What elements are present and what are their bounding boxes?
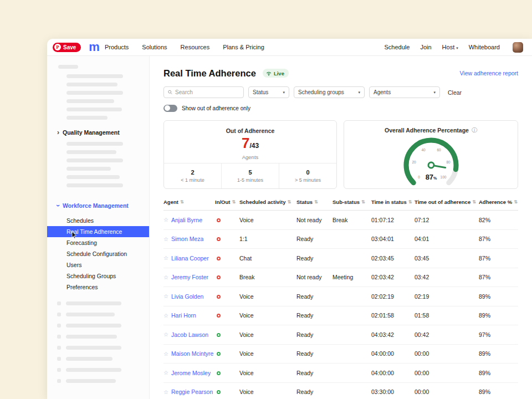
sidebar-item-schedule-configuration[interactable]: Schedule Configuration <box>47 248 149 259</box>
star-icon[interactable]: ☆ <box>163 313 168 319</box>
activity-cell: 1:1 <box>239 236 296 242</box>
agent-link[interactable]: Jeremy Foster <box>171 274 208 280</box>
time-out-cell: 07:12 <box>415 217 479 223</box>
avatar[interactable] <box>513 42 523 53</box>
inout-cell <box>215 293 239 300</box>
star-icon[interactable]: ☆ <box>163 293 168 299</box>
sort-icon: ⇅ <box>287 200 291 204</box>
star-icon[interactable]: ☆ <box>163 331 168 337</box>
time-out-cell: 03:42 <box>415 274 479 280</box>
time-out-cell: 00:00 <box>415 370 479 376</box>
time-out-cell: 01:58 <box>415 312 479 319</box>
nav-whiteboard[interactable]: Whiteboard <box>469 44 500 50</box>
star-icon[interactable]: ☆ <box>163 217 168 223</box>
nav-products[interactable]: Products <box>105 44 129 50</box>
sidebar-item-users[interactable]: Users <box>47 259 149 270</box>
sidebar-item-schedules[interactable]: Schedules <box>47 215 149 226</box>
column-header-sub-status[interactable]: Sub-status⇅ <box>332 199 371 205</box>
agent-link[interactable]: Jerome Mosley <box>171 370 211 376</box>
nav-plans-pricing[interactable]: Plans & Pricing <box>223 44 264 50</box>
sidebar-item-real-time-adherence[interactable]: Real Time Adherence <box>47 226 149 237</box>
sidebar-item-preferences[interactable]: Preferences <box>47 282 149 293</box>
sidebar-section-label: Workforce Management <box>63 202 129 209</box>
agent-link[interactable]: Simon Meza <box>171 236 203 242</box>
skeleton-bar <box>66 183 123 187</box>
substatus-cell: Break <box>332 217 371 223</box>
secondary-nav: Schedule Join Host▾ Whiteboard <box>385 42 523 53</box>
nav-schedule[interactable]: Schedule <box>385 44 410 50</box>
agent-link[interactable]: Liliana Cooper <box>171 255 209 262</box>
nav-host[interactable]: Host▾ <box>442 44 458 50</box>
column-header-adherence[interactable]: Adherence %⇅ <box>479 199 518 205</box>
star-icon[interactable]: ☆ <box>163 351 168 357</box>
time-out-cell: 04:01 <box>415 236 479 242</box>
status-dropdown[interactable]: Status ▾ <box>248 86 289 98</box>
gauge-tick: 20 <box>412 160 416 164</box>
adherence-cell: 89% <box>479 370 518 376</box>
view-adherence-report-link[interactable]: View adherence report <box>460 70 518 76</box>
show-out-of-adherence-toggle[interactable] <box>163 105 177 112</box>
status-cell: Ready <box>296 236 332 242</box>
pinterest-save-button[interactable]: P Save <box>53 43 81 52</box>
substatus-cell: Meeting <box>332 274 371 280</box>
star-icon[interactable]: ☆ <box>163 274 168 280</box>
agent-cell: ☆ Liliana Cooper <box>163 255 215 262</box>
adherence-cell: 89% <box>479 312 518 319</box>
table-row: ☆ Reggie Pearson Voice Ready 03:30:00 00… <box>163 383 518 399</box>
chevron-down-icon: ▾ <box>456 46 458 50</box>
agents-dropdown[interactable]: Agents ▾ <box>369 86 440 98</box>
chevron-down-icon: ▾ <box>433 90 436 95</box>
agent-cell: ☆ Livia Golden <box>163 293 215 300</box>
agent-link[interactable]: Hari Horn <box>171 312 196 319</box>
search-icon <box>168 90 172 95</box>
gauge-needle-group <box>428 162 446 170</box>
nav-join[interactable]: Join <box>420 44 431 50</box>
time-out-cell: 00:00 <box>415 388 479 395</box>
table-row: ☆ Anjali Byrne Voice Not ready Break 01:… <box>163 211 518 230</box>
search-input[interactable] <box>175 89 239 95</box>
info-icon[interactable]: ⓘ <box>472 127 477 133</box>
nav-solutions[interactable]: Solutions <box>142 44 167 50</box>
sidebar-section-quality-management[interactable]: › Quality Management <box>47 129 149 136</box>
agent-link[interactable]: Maison Mcintyre <box>171 350 213 357</box>
column-header-scheduled-activity[interactable]: Scheduled activity⇅ <box>239 199 296 205</box>
activity-cell: Chat <box>239 255 296 262</box>
nav-resources[interactable]: Resources <box>181 44 210 50</box>
table-row: ☆ Maison Mcintyre Voice Ready 04:00:00 0… <box>163 345 518 364</box>
gauge-tick: 100 <box>440 175 446 179</box>
gauge-tick: 80 <box>446 160 451 164</box>
adherence-cell: 89% <box>479 293 518 300</box>
agent-link[interactable]: Reggie Pearson <box>171 388 213 395</box>
status-cell: Ready <box>296 255 332 262</box>
live-badge-label: Live <box>274 70 284 76</box>
adherence-cell: 89% <box>479 388 518 395</box>
sidebar-section-workforce-management[interactable]: › Workforce Management <box>47 202 149 209</box>
column-header-in-out[interactable]: In/Out⇅ <box>215 199 239 205</box>
adherence-cell: 87% <box>479 274 518 280</box>
sidebar-item-forecasting[interactable]: Forecasting <box>47 237 149 248</box>
agent-link[interactable]: Anjali Byrne <box>171 217 202 223</box>
sort-icon: ⇅ <box>314 200 318 204</box>
agent-cell: ☆ Jerome Mosley <box>163 370 215 376</box>
column-header-time-in-status[interactable]: Time in status⇅ <box>371 199 415 205</box>
time-out-cell: 03:45 <box>415 255 479 262</box>
agent-link[interactable]: Livia Golden <box>171 293 203 300</box>
summary-cards: Out of Adherence 7/43 Agents 2 < 1 minut… <box>163 120 518 189</box>
star-icon[interactable]: ☆ <box>163 370 168 376</box>
star-icon[interactable]: ☆ <box>163 255 168 261</box>
star-icon[interactable]: ☆ <box>163 236 168 242</box>
agent-link[interactable]: Jacob Lawson <box>171 331 208 338</box>
time-out-cell: 00:42 <box>415 331 479 338</box>
miro-logo[interactable]: m <box>89 42 99 53</box>
column-header-agent[interactable]: Agent⇅ <box>163 199 215 205</box>
column-header-time-out-of-adherence[interactable]: Time out of adherence⇅ <box>415 199 479 205</box>
star-icon[interactable]: ☆ <box>163 389 168 395</box>
scheduling-groups-dropdown[interactable]: Scheduling groups ▾ <box>294 86 365 98</box>
column-header-status[interactable]: Status⇅ <box>296 199 332 205</box>
sidebar-item-scheduling-groups[interactable]: Scheduling Groups <box>47 270 149 282</box>
breakdown-cell: 5 1-5 minutes <box>221 163 279 188</box>
out-of-adherence-count: 7/43 <box>164 135 336 154</box>
pinterest-icon: P <box>54 44 61 50</box>
clear-filters-button[interactable]: Clear <box>448 89 462 96</box>
inout-dot <box>217 218 221 222</box>
